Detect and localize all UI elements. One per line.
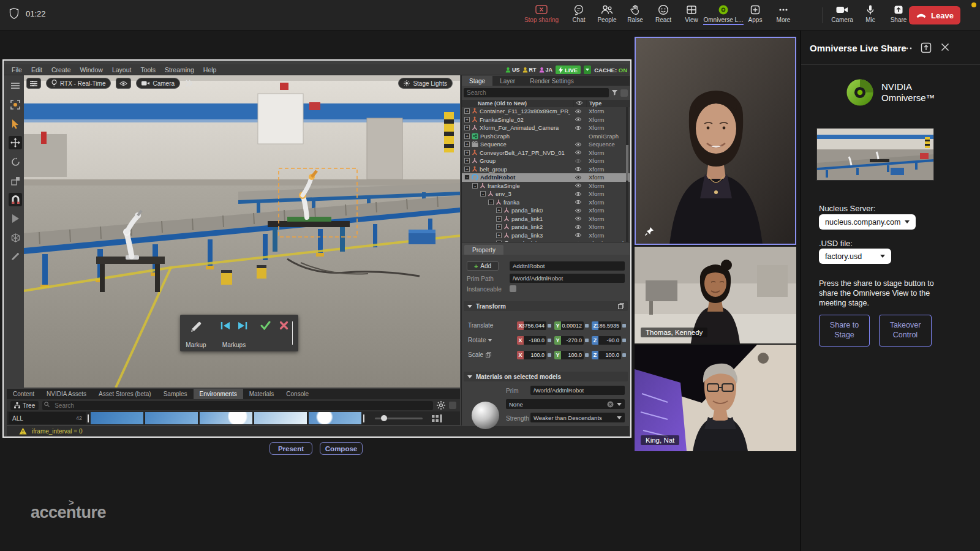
stage-search-input[interactable]	[464, 88, 609, 97]
scale-y-field[interactable]: Y100.0	[554, 351, 589, 359]
expand-toggle[interactable]: -	[488, 200, 494, 205]
expand-toggle[interactable]: -	[472, 183, 478, 189]
stage-options-icon[interactable]	[620, 89, 628, 97]
stop-sharing-button[interactable]: Stop sharing	[518, 2, 565, 25]
material-dropdown[interactable]: None	[506, 399, 625, 409]
prim-path-field[interactable]: /World/AddtnlRobot	[510, 274, 625, 283]
react-button[interactable]: React	[649, 2, 677, 25]
copy-icon[interactable]	[618, 303, 624, 309]
menu-tools[interactable]: Tools	[140, 66, 156, 73]
visibility-eye-icon[interactable]	[575, 183, 584, 188]
next-markup-icon[interactable]	[237, 321, 247, 331]
usd-file-dropdown[interactable]: factory.usd	[819, 249, 891, 264]
filter-funnel-icon[interactable]	[611, 89, 618, 96]
visibility-eye-icon[interactable]	[575, 200, 584, 204]
visibility-eye-icon[interactable]	[575, 117, 584, 122]
chat-button[interactable]: Chat	[565, 2, 593, 25]
menu-window[interactable]: Window	[80, 66, 103, 73]
visibility-eye-icon[interactable]	[575, 208, 584, 213]
select-tool-icon[interactable]	[9, 117, 22, 130]
browser-tab-samples[interactable]: Samples	[157, 389, 194, 399]
prev-markup-icon[interactable]	[221, 321, 231, 331]
visibility-eye-icon[interactable]	[575, 109, 584, 114]
grid-view-icon[interactable]	[432, 415, 439, 422]
stage-tree-row-ConveyorBelt_A17_PR_NVD_01[interactable]: + ConveyorBelt_A17_PR_NVD_01 Xform	[462, 149, 630, 157]
nucleus-server-dropdown[interactable]: nucleus.company.com	[819, 214, 916, 230]
browser-tab-console[interactable]: Console	[280, 389, 315, 399]
close-icon[interactable]	[940, 42, 950, 52]
browser-tab-materials[interactable]: Materials	[243, 389, 281, 399]
visibility-eye-icon[interactable]	[575, 159, 584, 163]
tree-view-button[interactable]: Tree	[10, 401, 39, 410]
prim-name-field[interactable]: AddtnlRobot	[510, 261, 625, 271]
environment-thumbnail[interactable]	[145, 412, 198, 424]
stage-tree-row-PushGraph[interactable]: + PushGraph OmniGraph	[462, 132, 630, 141]
menu-layout[interactable]: Layout	[112, 66, 132, 73]
stage-tab-layer[interactable]: Layer	[492, 76, 522, 86]
pop-out-icon[interactable]	[920, 42, 932, 54]
visibility-eye-icon[interactable]	[575, 175, 584, 180]
viewport-menu-icon[interactable]	[9, 79, 22, 92]
menu-streaming[interactable]: Streaming	[165, 66, 194, 73]
visibility-eye-icon[interactable]	[575, 126, 584, 130]
splitter-handle[interactable]	[440, 414, 442, 422]
environment-category-all[interactable]: ALL42	[9, 412, 86, 424]
video-tile[interactable]: King, Nat	[635, 345, 796, 451]
expand-toggle[interactable]: +	[496, 208, 502, 213]
stage-tree-row-frankaSingle[interactable]: - frankaSingle Xform	[462, 182, 630, 190]
menu-create[interactable]: Create	[51, 66, 71, 73]
expand-toggle[interactable]: +	[464, 133, 470, 139]
browser-tab-nvidia-assets[interactable]: NVIDIA Assets	[40, 389, 92, 399]
splitter-handle[interactable]	[88, 414, 89, 422]
visibility-eye-icon[interactable]	[575, 150, 584, 155]
strength-dropdown[interactable]: Weaker than Descendants	[530, 413, 625, 422]
stage-tab-render-settings[interactable]: Render Settings	[522, 76, 581, 86]
stage-tree-row-panda_link3[interactable]: + panda_link3 Xform	[462, 231, 630, 240]
camera-button[interactable]: Camera	[828, 2, 856, 23]
visibility-eye-icon[interactable]	[575, 167, 584, 171]
live-dropdown-caret[interactable]	[584, 66, 591, 74]
renderer-selector[interactable]: RTX - Real-Time	[46, 78, 111, 89]
thumbnail-size-slider[interactable]	[375, 418, 423, 419]
physics-tool-icon[interactable]	[9, 231, 22, 244]
stage-scrollbar[interactable]	[626, 107, 628, 242]
expand-toggle[interactable]: +	[464, 158, 470, 163]
translate-z-field[interactable]: Z186.5935	[592, 321, 626, 330]
present-button[interactable]: Present	[270, 442, 312, 455]
name-column-header[interactable]: Name (Old to New)	[478, 100, 527, 107]
move-tool-icon[interactable]	[9, 136, 22, 149]
stage-tree-row-franka[interactable]: - franka Xform	[462, 198, 630, 207]
rotate-tool-icon[interactable]	[9, 155, 22, 168]
translate-x-field[interactable]: X3756.044	[517, 321, 551, 330]
stage-tree-row-Sequence[interactable]: + Sequence Sequence	[462, 140, 630, 149]
play-icon[interactable]	[9, 212, 22, 225]
visibility-eye-icon[interactable]	[575, 192, 584, 197]
visibility-eye-icon[interactable]	[575, 216, 584, 221]
stage-lights-button[interactable]: Stage Lights	[398, 78, 453, 89]
rotate-y-field[interactable]: Y-270.0	[554, 336, 589, 345]
expand-toggle[interactable]: +	[464, 150, 470, 156]
video-tile-speaker[interactable]	[635, 37, 796, 245]
menu-file[interactable]: File	[12, 66, 22, 73]
visibility-eye-icon[interactable]	[575, 233, 584, 238]
leave-button[interactable]: Leave	[909, 6, 960, 24]
add-property-button[interactable]: +Add	[467, 261, 499, 271]
menu-edit[interactable]: Edit	[31, 66, 42, 73]
materials-section-header[interactable]: Materials on selected models	[464, 372, 628, 381]
mic-button[interactable]: Mic	[856, 2, 884, 23]
omniverse-app-button[interactable]: Omniverse L...	[706, 2, 741, 25]
translate-y-field[interactable]: Y0.00012	[554, 321, 589, 330]
type-column-header[interactable]: Type	[589, 100, 601, 107]
stage-tree-row-panda_link1[interactable]: + panda_link1 Xform	[462, 215, 630, 223]
stage-tree-row-AddtnlRobot[interactable]: - AddtnlRobot Xform	[462, 173, 630, 182]
camera-selector[interactable]: Camera	[136, 78, 180, 89]
browser-tab-content[interactable]: Content	[7, 389, 40, 399]
environment-thumbnail[interactable]	[200, 412, 252, 424]
scale-x-field[interactable]: X100.0	[517, 351, 551, 359]
reject-markup-icon[interactable]	[279, 321, 288, 330]
visibility-eye-icon[interactable]	[575, 225, 584, 230]
stage-tree-row-Group[interactable]: + Group Xform	[462, 157, 630, 165]
transform-section-header[interactable]: Transform	[464, 301, 628, 311]
environment-thumbnail[interactable]	[91, 412, 143, 424]
panel-more-icon[interactable]	[902, 44, 912, 53]
